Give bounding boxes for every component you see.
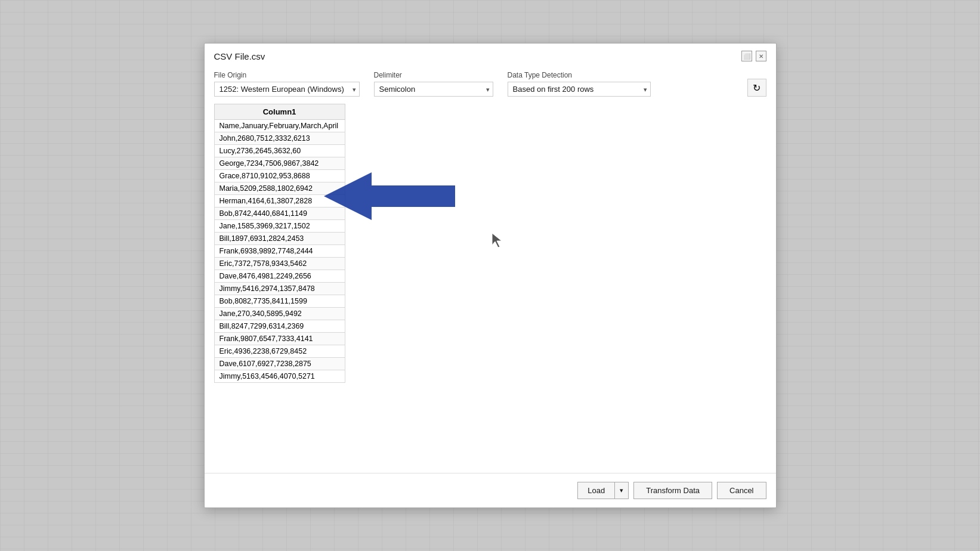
table-cell: Bob,8082,7735,8411,1599: [214, 295, 345, 308]
data-table: Column1 Name,January,February,March,Apri…: [214, 104, 345, 383]
data-type-group: Data Type Detection Based on first 200 r…: [508, 71, 651, 97]
refresh-button[interactable]: ↻: [747, 79, 766, 97]
table-row: Eric,4936,2238,6729,8452: [214, 345, 345, 358]
table-cell: Jane,270,340,5895,9492: [214, 308, 345, 320]
load-dropdown-button[interactable]: ▾: [614, 482, 629, 499]
table-cell: Eric,7372,7578,9343,5462: [214, 258, 345, 270]
table-cell: Bill,8247,7299,6314,2369: [214, 320, 345, 333]
cursor-indicator: [491, 232, 505, 250]
close-icon: ✕: [759, 53, 763, 60]
table-cell: Jane,1585,3969,3217,1502: [214, 220, 345, 233]
table-row: Jane,270,340,5895,9492: [214, 308, 345, 320]
table-cell: Frank,6938,9892,7748,2444: [214, 245, 345, 258]
delimiter-select-wrapper: Semicolon: [374, 82, 493, 97]
table-cell: John,2680,7512,3332,6213: [214, 132, 345, 145]
table-row: George,7234,7506,9867,3842: [214, 157, 345, 170]
table-area: Column1 Name,January,February,March,Apri…: [205, 104, 776, 473]
load-button-split: Load ▾: [577, 482, 629, 499]
file-origin-label: File Origin: [214, 71, 360, 79]
refresh-icon: ↻: [753, 82, 760, 94]
table-row: Bob,8082,7735,8411,1599: [214, 295, 345, 308]
footer: Load ▾ Transform Data Cancel: [205, 473, 776, 507]
transform-data-button[interactable]: Transform Data: [633, 482, 712, 499]
load-dropdown-icon: ▾: [620, 487, 623, 494]
delimiter-group: Delimiter Semicolon: [374, 71, 493, 97]
table-cell: Dave,8476,4981,2249,2656: [214, 270, 345, 283]
title-bar-buttons: ⬜ ✕: [741, 51, 766, 61]
table-cell: George,7234,7506,9867,3842: [214, 157, 345, 170]
controls-row: File Origin 1252: Western European (Wind…: [205, 66, 776, 104]
svg-marker-0: [324, 172, 455, 220]
restore-icon: ⬜: [743, 53, 750, 60]
table-cell: Eric,4936,2238,6729,8452: [214, 345, 345, 358]
table-row: Dave,8476,4981,2249,2656: [214, 270, 345, 283]
delimiter-label: Delimiter: [374, 71, 493, 79]
table-row: Bill,8247,7299,6314,2369: [214, 320, 345, 333]
table-row: Eric,7372,7578,9343,5462: [214, 258, 345, 270]
close-button[interactable]: ✕: [756, 51, 766, 61]
table-row: Frank,6938,9892,7748,2444: [214, 245, 345, 258]
table-row: Name,January,February,March,April: [214, 120, 345, 132]
table-row: Jane,1585,3969,3217,1502: [214, 220, 345, 233]
dialog-title: CSV File.csv: [214, 51, 265, 61]
table-cell: Jimmy,5163,4546,4070,5271: [214, 370, 345, 383]
left-arrow-annotation: [324, 172, 455, 220]
data-type-select-wrapper: Based on first 200 rows: [508, 82, 651, 97]
csv-import-dialog: CSV File.csv ⬜ ✕ File Origin 1252: Weste…: [204, 43, 777, 508]
table-cell: Bill,1897,6931,2824,2453: [214, 233, 345, 245]
table-row: Bill,1897,6931,2824,2453: [214, 233, 345, 245]
restore-button[interactable]: ⬜: [741, 51, 752, 61]
content-area: Column1 Name,January,February,March,Apri…: [205, 104, 776, 473]
column1-header: Column1: [214, 104, 345, 120]
svg-marker-1: [492, 233, 502, 247]
table-row: Frank,9807,6547,7333,4141: [214, 333, 345, 345]
table-row: Jimmy,5163,4546,4070,5271: [214, 370, 345, 383]
table-row: Lucy,2736,2645,3632,60: [214, 145, 345, 157]
load-button[interactable]: Load: [577, 482, 614, 499]
table-row: Jimmy,5416,2974,1357,8478: [214, 283, 345, 295]
table-cell: Jimmy,5416,2974,1357,8478: [214, 283, 345, 295]
file-origin-select-wrapper: 1252: Western European (Windows): [214, 82, 360, 97]
table-cell: Lucy,2736,2645,3632,60: [214, 145, 345, 157]
title-bar: CSV File.csv ⬜ ✕: [205, 44, 776, 66]
table-cell: Name,January,February,March,April: [214, 120, 345, 132]
file-origin-group: File Origin 1252: Western European (Wind…: [214, 71, 360, 97]
cancel-button[interactable]: Cancel: [717, 482, 766, 499]
table-cell: Frank,9807,6547,7333,4141: [214, 333, 345, 345]
file-origin-select[interactable]: 1252: Western European (Windows): [214, 82, 360, 97]
data-type-label: Data Type Detection: [508, 71, 651, 79]
data-type-select[interactable]: Based on first 200 rows: [508, 82, 651, 97]
table-cell: Dave,6107,6927,7238,2875: [214, 358, 345, 370]
delimiter-select[interactable]: Semicolon: [374, 82, 493, 97]
table-row: John,2680,7512,3332,6213: [214, 132, 345, 145]
table-row: Dave,6107,6927,7238,2875: [214, 358, 345, 370]
